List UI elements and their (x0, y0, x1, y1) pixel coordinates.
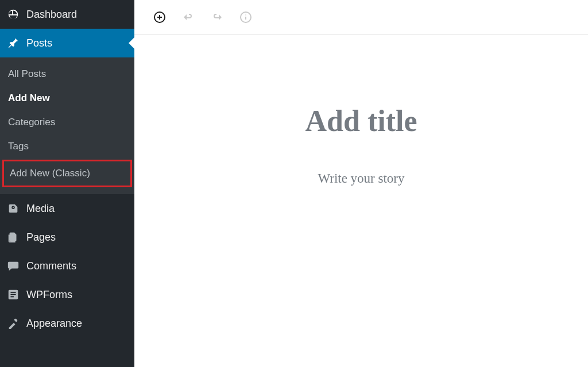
sidebar-item-wpforms[interactable]: WPForms (0, 280, 134, 309)
sidebar-item-pages[interactable]: Pages (0, 223, 134, 252)
dashboard-icon (7, 8, 20, 21)
sidebar-label: Pages (26, 231, 56, 244)
sidebar-item-media[interactable]: Media (0, 194, 134, 223)
editor-canvas: Add title Write your story (134, 35, 588, 367)
sidebar-label: Posts (26, 37, 52, 49)
sidebar-item-comments[interactable]: Comments (0, 252, 134, 280)
svg-point-5 (245, 14, 246, 16)
undo-button[interactable] (181, 10, 195, 24)
pin-icon (7, 37, 20, 49)
add-block-button[interactable] (153, 10, 167, 24)
sidebar-label: Media (26, 203, 55, 215)
post-title-input[interactable]: Add title (157, 104, 565, 138)
submenu-add-new[interactable]: Add New (0, 86, 134, 110)
submenu-all-posts[interactable]: All Posts (0, 62, 134, 86)
sidebar-label: Dashboard (26, 9, 77, 21)
sidebar-item-posts[interactable]: Posts (0, 29, 134, 57)
submenu-tags[interactable]: Tags (0, 134, 134, 159)
sidebar-label: WPForms (26, 289, 72, 301)
pages-icon (7, 231, 20, 244)
sidebar-item-appearance[interactable]: Appearance (0, 309, 134, 338)
media-icon (7, 202, 20, 215)
posts-submenu: All Posts Add New Categories Tags Add Ne… (0, 57, 134, 194)
submenu-categories[interactable]: Categories (0, 110, 134, 134)
redo-button[interactable] (210, 10, 224, 24)
sidebar-label: Comments (26, 260, 76, 272)
editor-toolbar (134, 0, 588, 35)
appearance-icon (7, 317, 20, 330)
post-body-input[interactable]: Write your story (157, 171, 565, 186)
admin-sidebar: Dashboard Posts All Posts Add New Catego… (0, 0, 134, 367)
sidebar-label: Appearance (26, 318, 82, 330)
editor-content: Add title Write your story (134, 0, 588, 367)
sidebar-item-dashboard[interactable]: Dashboard (0, 0, 134, 29)
info-button[interactable] (239, 10, 253, 24)
submenu-add-new-classic[interactable]: Add New (Classic) (2, 160, 132, 187)
comments-icon (7, 260, 20, 272)
form-icon (7, 288, 20, 301)
